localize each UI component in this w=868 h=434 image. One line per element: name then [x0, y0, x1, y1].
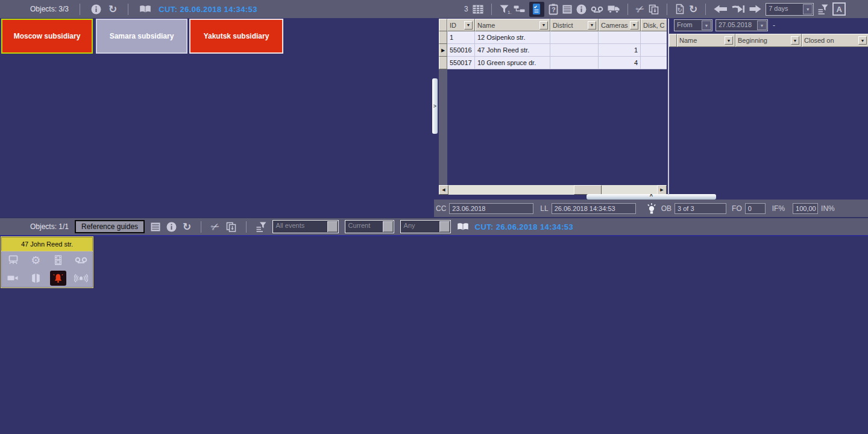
scissors-icon[interactable]: ✂: [634, 2, 646, 15]
chevron-down-icon[interactable]: ▼: [588, 21, 596, 30]
table-row[interactable]: 550017 10 Green spruce dr. 4: [439, 57, 667, 69]
subsidiary-label: Samara subsidiary: [110, 32, 174, 40]
scroll-right-icon[interactable]: ▶: [657, 185, 667, 195]
cell-district: [550, 57, 599, 69]
chevron-down-icon[interactable]: ▼: [791, 36, 799, 45]
column-header-disk[interactable]: Disk, C: [641, 19, 667, 31]
section-divider: [0, 235, 868, 236]
dropdown-button[interactable]: [439, 221, 450, 232]
from-select[interactable]: From ▼: [674, 19, 712, 31]
report-document-icon-active[interactable]: [529, 2, 544, 17]
filter-funnel-icon[interactable]: 1.: [500, 5, 509, 14]
table-grid-icon[interactable]: [473, 5, 483, 14]
lamp-icon[interactable]: [645, 203, 658, 215]
cell-district: [550, 44, 599, 57]
gear-icon[interactable]: ⚙: [31, 255, 40, 266]
period-value: 7 days: [766, 4, 802, 15]
bottom-toolbar: Objects: 1/1 Reference guides ↻ ✂ All ev…: [0, 218, 868, 235]
subsidiary-label: Moscow subsidiary: [14, 32, 81, 40]
network-monitor-icon[interactable]: [8, 255, 19, 265]
voicemail-icon[interactable]: [591, 6, 603, 13]
door-icon[interactable]: [31, 273, 40, 283]
top-left-toolbar: Objects: 3/3 ↻ CUT: 26.06.2018 14:34:53: [0, 0, 434, 18]
truck-icon[interactable]: [608, 5, 620, 13]
if-field: 100,00: [793, 203, 818, 214]
object-card-title[interactable]: 47 John Reed str.: [1, 237, 93, 251]
cell-disk: [641, 31, 667, 44]
refresh-icon[interactable]: ↻: [183, 222, 191, 232]
cut-timestamp: CUT: 26.06.2018 14:34:53: [159, 5, 257, 14]
separator: [246, 221, 247, 233]
separator: [80, 4, 80, 15]
chevron-down-icon[interactable]: ▼: [803, 4, 813, 14]
column-header-district[interactable]: District ▼: [550, 19, 599, 31]
separator: [667, 4, 667, 15]
subsidiary-button-moscow[interactable]: Moscow subsidiary: [1, 19, 93, 54]
refresh-icon[interactable]: ↻: [108, 4, 117, 14]
scissors-icon[interactable]: ✂: [209, 220, 221, 233]
chevron-down-icon[interactable]: ▼: [464, 21, 473, 30]
current-filter-select[interactable]: Current: [345, 220, 394, 233]
cc-field: 23.06.2018: [449, 203, 533, 214]
table-horizontal-scrollbar[interactable]: ◀ ▶: [439, 185, 667, 195]
scroll-left-icon[interactable]: ◀: [439, 185, 448, 195]
filter-column-closed-on[interactable]: Closed on ▼: [802, 34, 868, 47]
subsidiary-label: Yakutsk subsidiary: [204, 32, 269, 40]
chevron-down-icon[interactable]: ▼: [757, 20, 767, 30]
subsidiary-button-yakutsk[interactable]: Yakutsk subsidiary: [189, 19, 283, 54]
info-icon[interactable]: [91, 4, 101, 14]
info-icon[interactable]: [166, 222, 177, 232]
book-icon[interactable]: [139, 5, 151, 13]
alarm-bell-icon-active[interactable]: [50, 271, 66, 286]
info-icon[interactable]: [576, 4, 587, 14]
separator: [627, 4, 628, 15]
nav-to-end-icon[interactable]: [732, 5, 745, 13]
table-row-selected[interactable]: ▶ 550016 47 John Reed str. 1: [439, 44, 667, 57]
video-camera-icon[interactable]: [7, 274, 19, 281]
letter-a-icon[interactable]: A: [832, 2, 846, 16]
flowchart-icon[interactable]: [514, 5, 525, 13]
subsidiary-button-samara[interactable]: Samara subsidiary: [96, 19, 187, 54]
chevron-down-icon[interactable]: ▼: [702, 20, 711, 30]
sort-filter-icon[interactable]: [818, 4, 828, 14]
chevron-down-icon[interactable]: ▼: [630, 21, 638, 30]
date-select[interactable]: 27.05.2018 ▼: [715, 19, 768, 31]
sort-filter-icon[interactable]: [256, 222, 266, 232]
list-report-icon[interactable]: [151, 222, 160, 231]
horizontal-splitter[interactable]: ^: [587, 194, 716, 200]
column-header-name[interactable]: Name ▼: [475, 19, 550, 31]
scrollbar-thumb[interactable]: [574, 185, 602, 195]
clipboard-help-icon[interactable]: ?: [549, 4, 558, 15]
chevron-down-icon[interactable]: ▼: [539, 21, 548, 30]
chevron-down-icon[interactable]: ▼: [858, 36, 867, 45]
copy-icon[interactable]: [226, 222, 236, 232]
document-refresh-icon[interactable]: ↻: [675, 4, 685, 14]
nav-back-icon[interactable]: [714, 5, 728, 13]
separator: [201, 221, 201, 233]
status-bar: CC 23.06.2018 LL 26.06.2018 14:34:53 OB …: [434, 200, 868, 217]
filter-column-beginning[interactable]: Beginning ▼: [735, 34, 802, 47]
voicemail-icon[interactable]: [75, 257, 87, 263]
period-select[interactable]: 7 days ▼: [766, 3, 814, 16]
column-header-cameras[interactable]: Cameras ▼: [599, 19, 641, 31]
copy-icon[interactable]: [649, 4, 659, 14]
dropdown-button[interactable]: [327, 221, 338, 232]
column-header-id[interactable]: ID ▼: [447, 19, 475, 31]
events-filter-select[interactable]: All events: [272, 220, 339, 233]
book-icon[interactable]: [457, 222, 469, 231]
film-archive-icon[interactable]: [54, 255, 62, 265]
reference-guides-button[interactable]: Reference guides: [75, 220, 145, 233]
object-card-actions: ⚙: [1, 251, 93, 288]
list-report-icon[interactable]: [562, 5, 572, 14]
filter-column-name[interactable]: Name ▼: [677, 34, 735, 47]
broadcast-speaker-icon[interactable]: [74, 274, 88, 283]
separator: [491, 4, 492, 15]
refresh-icon[interactable]: ↻: [689, 4, 697, 14]
separator: [705, 4, 706, 15]
dropdown-button[interactable]: [383, 221, 393, 232]
table-row[interactable]: 1 12 Osipenko str.: [439, 31, 667, 44]
vertical-splitter[interactable]: >: [432, 78, 438, 134]
any-filter-select[interactable]: Any: [400, 220, 451, 233]
nav-forward-icon[interactable]: [749, 5, 761, 13]
chevron-down-icon[interactable]: ▼: [725, 36, 733, 45]
